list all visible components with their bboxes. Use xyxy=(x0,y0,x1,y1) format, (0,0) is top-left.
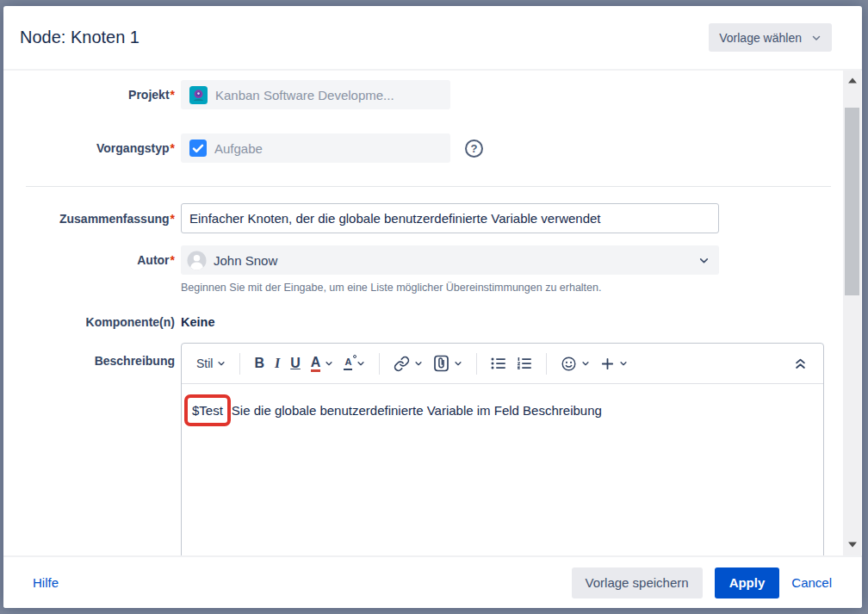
emoji-icon xyxy=(561,356,577,372)
modal-header: Node: Knoten 1 Vorlage wählen xyxy=(3,6,862,69)
author-value: John Snow xyxy=(214,253,277,268)
summary-label: Zusammenfassung* xyxy=(3,212,175,226)
project-row: Projekt* Kanban Software Developme... xyxy=(3,80,862,109)
toolbar-separator xyxy=(379,353,380,375)
required-mark: * xyxy=(170,88,175,102)
template-select-label: Vorlage wählen xyxy=(719,31,802,45)
project-field[interactable]: Kanban Software Developme... xyxy=(181,80,450,109)
bullet-list-icon xyxy=(491,357,506,370)
dimmed-page-backdrop: { "colors": { "accent_blue": "#0052cc", … xyxy=(0,0,868,614)
attachment-button[interactable] xyxy=(428,351,468,375)
project-label: Projekt* xyxy=(3,88,175,102)
section-divider xyxy=(26,186,831,187)
description-editor: Stil B I U A xyxy=(181,343,824,555)
help-icon[interactable]: ? xyxy=(465,140,483,158)
components-row: Komponente(n) Keine xyxy=(3,315,862,329)
chevron-down-icon xyxy=(698,255,710,266)
chevron-down-icon xyxy=(325,359,333,368)
components-value: Keine xyxy=(181,315,215,329)
italic-icon: I xyxy=(275,356,280,371)
collapse-toolbar-button[interactable] xyxy=(789,353,812,374)
scroll-down-arrow-icon[interactable] xyxy=(843,537,861,551)
link-icon xyxy=(394,356,410,372)
apply-button[interactable]: Apply xyxy=(715,567,780,598)
insert-more-button[interactable] xyxy=(595,353,633,375)
user-avatar-icon xyxy=(187,251,207,270)
double-chevron-up-icon xyxy=(794,357,807,370)
issue-type-row: Vorgangstyp* Aufgabe ? xyxy=(3,133,862,163)
link-button[interactable] xyxy=(388,352,428,375)
editor-toolbar: Stil B I U A xyxy=(182,344,823,384)
body-scrollbar[interactable] xyxy=(843,69,861,555)
issue-type-label: Vorgangstyp* xyxy=(3,141,175,155)
italic-button[interactable]: I xyxy=(270,352,285,375)
description-textarea[interactable]: $TestSie die globale benutzerdefinierte … xyxy=(182,384,823,555)
underline-icon: U xyxy=(290,356,301,371)
more-formatting-button[interactable]: A xyxy=(338,353,370,373)
project-avatar-icon xyxy=(189,86,208,104)
numbered-list-button[interactable] xyxy=(512,353,537,374)
components-label: Komponente(n) xyxy=(3,315,175,329)
numbered-list-icon xyxy=(517,357,532,370)
summary-input[interactable] xyxy=(181,203,719,233)
issue-type-value: Aufgabe xyxy=(214,141,263,156)
scroll-up-arrow-icon[interactable] xyxy=(843,73,861,87)
cancel-link[interactable]: Cancel xyxy=(791,575,832,590)
chevron-down-icon xyxy=(581,359,590,368)
toolbar-separator xyxy=(546,353,547,375)
scrollbar-thumb[interactable] xyxy=(845,108,859,295)
modal-body: Projekt* Kanban Software Developme... Vo… xyxy=(3,69,862,555)
required-mark: * xyxy=(170,253,175,267)
variable-token: $Test xyxy=(192,403,223,418)
chevron-down-icon xyxy=(811,33,822,43)
help-link[interactable]: Hilfe xyxy=(33,575,59,590)
chevron-down-icon xyxy=(414,359,423,368)
bold-icon: B xyxy=(254,356,264,371)
text-color-icon: A xyxy=(311,355,321,373)
description-text: $TestSie die globale benutzerdefinierte … xyxy=(190,394,813,426)
author-row: Autor* John Snow xyxy=(3,245,862,275)
style-dropdown-label: Stil xyxy=(196,357,213,370)
task-checkbox-icon xyxy=(189,140,207,157)
modal-footer: Hilfe Vorlage speichern Apply Cancel xyxy=(3,555,862,608)
author-label: Autor* xyxy=(3,253,175,267)
underline-button[interactable]: U xyxy=(285,352,306,375)
annotation-highlight-box: $Test xyxy=(184,394,231,426)
summary-row: Zusammenfassung* xyxy=(3,203,862,233)
chevron-down-icon xyxy=(217,359,226,368)
emoji-button[interactable] xyxy=(555,352,595,375)
page-title: Node: Knoten 1 xyxy=(20,28,140,47)
author-select[interactable]: John Snow xyxy=(181,245,719,275)
create-issue-modal: Node: Knoten 1 Vorlage wählen Projekt* K… xyxy=(3,6,862,608)
plus-icon xyxy=(600,357,615,371)
template-select-button[interactable]: Vorlage wählen xyxy=(709,23,832,52)
bullet-list-button[interactable] xyxy=(486,353,512,374)
description-row: Beschreibung Stil B I U A xyxy=(3,343,862,555)
chevron-down-icon xyxy=(619,359,628,368)
description-label: Beschreibung xyxy=(3,343,175,368)
description-text-rest: Sie die globale benutzerdefinierte Varia… xyxy=(232,403,602,418)
toolbar-separator xyxy=(239,353,240,375)
chevron-down-icon xyxy=(454,359,462,368)
required-mark: * xyxy=(170,212,175,226)
footer-actions: Vorlage speichern Apply Cancel xyxy=(572,567,832,598)
issue-type-field[interactable]: Aufgabe xyxy=(181,133,450,163)
project-value: Kanban Software Developme... xyxy=(215,88,394,102)
save-template-button[interactable]: Vorlage speichern xyxy=(572,567,703,598)
author-hint: Beginnen Sie mit der Eingabe, um eine Li… xyxy=(181,282,862,294)
required-mark: * xyxy=(170,141,175,155)
more-formatting-icon: A xyxy=(344,357,352,369)
chevron-down-icon xyxy=(356,359,365,368)
toolbar-separator xyxy=(476,353,477,375)
style-dropdown-button[interactable]: Stil xyxy=(191,353,231,374)
bold-button[interactable]: B xyxy=(249,352,270,375)
paperclip-icon xyxy=(433,355,450,372)
text-color-button[interactable]: A xyxy=(306,351,339,376)
